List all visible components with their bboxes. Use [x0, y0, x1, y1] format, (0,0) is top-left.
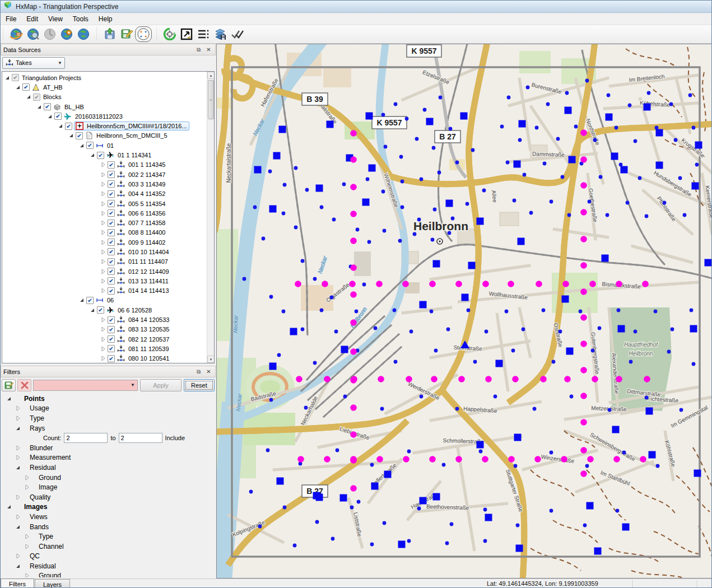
photo-center-point[interactable] — [580, 367, 587, 374]
tree-checkbox[interactable]: ✔ — [108, 258, 115, 265]
perspective-button[interactable] — [135, 26, 152, 42]
tie-point[interactable] — [407, 450, 411, 454]
tie-point[interactable] — [320, 206, 324, 209]
control-point[interactable] — [644, 104, 651, 111]
photo-center-point[interactable] — [431, 376, 438, 382]
close-panel-icon[interactable]: ✕ — [204, 368, 213, 375]
save-filter-button[interactable] — [2, 379, 16, 391]
tie-point[interactable] — [513, 199, 516, 203]
tie-point[interactable] — [535, 126, 539, 130]
filter-tree-item[interactable]: Residual — [2, 561, 215, 571]
dock-tab-layers[interactable]: Layers — [35, 579, 70, 588]
control-point[interactable] — [433, 493, 440, 501]
tie-point[interactable] — [301, 328, 305, 332]
tie-point[interactable] — [423, 108, 427, 112]
control-point[interactable] — [656, 129, 663, 137]
tie-point[interactable] — [268, 170, 272, 174]
tie-point[interactable] — [301, 259, 305, 263]
tie-point[interactable] — [695, 163, 699, 167]
photo-center-point[interactable] — [350, 156, 357, 163]
expand-icon[interactable] — [100, 356, 106, 361]
filter-tree-item[interactable]: Quality — [2, 492, 215, 502]
tie-point[interactable] — [455, 161, 459, 165]
layer-save-button[interactable] — [212, 26, 229, 42]
control-point[interactable] — [618, 325, 625, 333]
control-point[interactable] — [606, 114, 613, 121]
tie-point[interactable] — [617, 309, 621, 312]
tie-point[interactable] — [629, 360, 633, 364]
tie-point[interactable] — [283, 506, 287, 510]
tie-point[interactable] — [645, 396, 649, 400]
photo-center-point[interactable] — [350, 456, 357, 463]
tie-point[interactable] — [634, 330, 637, 334]
tie-point[interactable] — [559, 330, 562, 334]
control-point[interactable] — [398, 541, 406, 548]
tie-point[interactable] — [413, 232, 417, 236]
tie-point[interactable] — [598, 326, 602, 330]
control-point[interactable] — [519, 120, 526, 128]
collapse-icon[interactable] — [6, 396, 12, 402]
expand-icon[interactable] — [100, 162, 106, 167]
control-point[interactable] — [477, 218, 484, 225]
tie-point[interactable] — [282, 310, 286, 314]
tree-item[interactable]: ✔001 1 114345 — [2, 160, 207, 170]
tie-point[interactable] — [343, 395, 347, 399]
globe-settings-button[interactable] — [58, 26, 75, 42]
tie-point[interactable] — [445, 542, 449, 545]
photo-center-point[interactable] — [350, 319, 357, 326]
tie-point[interactable] — [334, 330, 338, 334]
photo-center-point[interactable] — [540, 376, 547, 382]
tie-point[interactable] — [417, 507, 421, 511]
collapse-icon[interactable] — [15, 563, 21, 569]
tie-point[interactable] — [523, 173, 527, 177]
filter-tree-item[interactable]: Images — [2, 502, 215, 512]
control-point[interactable] — [569, 156, 576, 164]
map-view[interactable]: NeckartalstraßeNeckarNeckarNeckarNeckarH… — [216, 44, 712, 578]
control-point[interactable] — [514, 434, 522, 441]
tree-item[interactable]: ✔012 12 114409 — [2, 267, 207, 276]
control-point[interactable] — [692, 183, 699, 190]
tree-checkbox[interactable]: ✔ — [108, 268, 115, 275]
photo-center-point[interactable] — [350, 130, 357, 137]
photo-center-point[interactable] — [458, 376, 465, 382]
control-point[interactable] — [462, 294, 469, 301]
expand-icon[interactable] — [100, 317, 106, 323]
tie-point[interactable] — [570, 395, 574, 399]
menu-item-help[interactable]: Help — [94, 13, 118, 25]
tie-point[interactable] — [269, 398, 273, 402]
photo-center-point[interactable] — [350, 264, 357, 271]
tree-checkbox[interactable]: ✔ — [108, 345, 115, 352]
photo-center-point[interactable] — [508, 281, 514, 287]
photo-center-point[interactable] — [350, 237, 357, 244]
control-point[interactable] — [460, 113, 468, 120]
filter-tree-item[interactable]: Type — [2, 531, 215, 542]
tie-point[interactable] — [561, 175, 565, 179]
tie-point[interactable] — [381, 190, 385, 194]
collapse-icon[interactable] — [15, 426, 21, 431]
tie-point[interactable] — [262, 237, 266, 241]
validate-button[interactable] — [229, 26, 245, 42]
tree-checkbox[interactable]: ✔ — [86, 297, 94, 304]
tie-point[interactable] — [401, 206, 404, 209]
filter-tree-item[interactable]: Usage — [2, 404, 215, 414]
expand-icon[interactable] — [15, 416, 21, 421]
tie-point[interactable] — [680, 408, 683, 412]
tie-point[interactable] — [615, 126, 618, 130]
tie-point[interactable] — [606, 213, 609, 217]
tie-point[interactable] — [282, 212, 286, 216]
tie-point[interactable] — [574, 125, 578, 129]
tree-item[interactable]: ✔003 3 114349 — [2, 179, 207, 189]
tree-item[interactable]: ✔01 — [2, 141, 207, 150]
scroll-down-icon[interactable]: ▼ — [207, 356, 215, 363]
expand-icon[interactable] — [24, 544, 30, 549]
photo-center-point[interactable] — [580, 340, 587, 347]
tie-point[interactable] — [380, 407, 384, 411]
photo-center-point[interactable] — [429, 456, 436, 463]
tree-checkbox[interactable]: ✔ — [97, 152, 104, 159]
tie-point[interactable] — [688, 94, 692, 97]
tie-point[interactable] — [647, 91, 651, 95]
tree-checkbox[interactable]: ✔ — [108, 335, 115, 343]
tree-checkbox[interactable]: ✔ — [108, 171, 115, 178]
tie-point[interactable] — [473, 360, 477, 364]
scroll-up-icon[interactable]: ▲ — [207, 72, 215, 79]
